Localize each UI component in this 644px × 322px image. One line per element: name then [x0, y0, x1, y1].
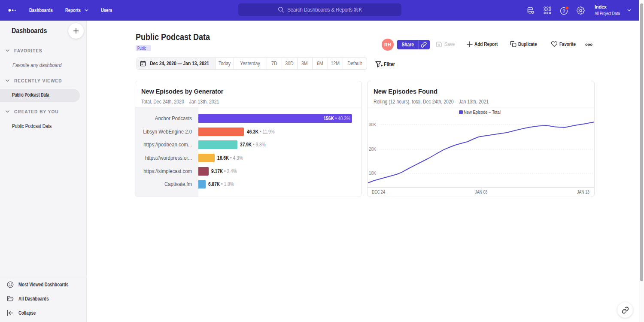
- svg-text:JAN 03: JAN 03: [475, 189, 488, 194]
- svg-text:20K: 20K: [369, 147, 376, 152]
- svg-text:DEC 24: DEC 24: [372, 189, 385, 194]
- svg-text:10K: 10K: [369, 171, 376, 176]
- svg-text:?: ?: [562, 9, 565, 14]
- svg-text:30K: 30K: [369, 122, 376, 128]
- svg-text:JAN 13: JAN 13: [577, 189, 589, 194]
